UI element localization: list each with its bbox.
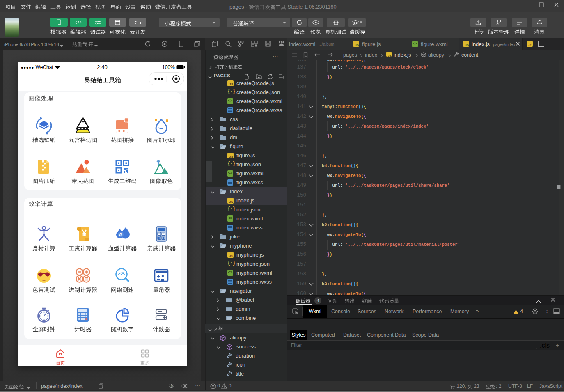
svg-text:1: 1 [171,385,172,387]
svg-text:A: A [119,232,123,238]
